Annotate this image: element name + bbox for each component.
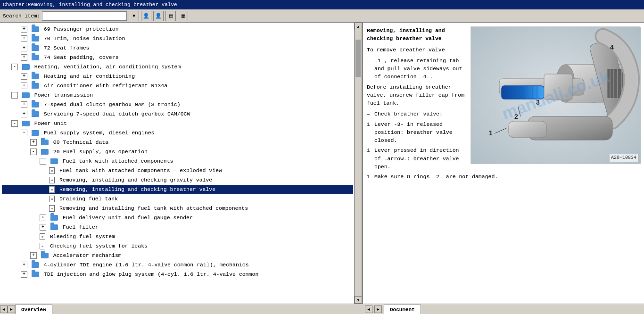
folder-icon bbox=[32, 111, 39, 117]
tree-item[interactable]: ≡ Fuel tank with attached components – e… bbox=[2, 166, 353, 175]
tree-item[interactable]: + 4-cylinder TDI engine (1.6 ltr. 4-valv… bbox=[2, 260, 353, 270]
doc-item-text: -1-, release retaining tab and pull valv… bbox=[374, 57, 466, 81]
tree-item-label: Heating, ventilation, air conditioning s… bbox=[34, 64, 181, 70]
scroll-up-btn[interactable]: ▲ bbox=[355, 23, 362, 30]
expand-icon[interactable]: + bbox=[21, 101, 27, 108]
expand-icon[interactable]: - bbox=[30, 149, 37, 155]
doc-item-text: Lever -3- in released position: breather… bbox=[374, 120, 466, 145]
tree-item[interactable]: ≡ Draining fuel tank bbox=[2, 194, 353, 204]
svg-text:2: 2 bbox=[514, 113, 518, 120]
tree-item[interactable]: + Heating and air conditioning bbox=[2, 72, 353, 81]
tree-item-label-selected: Removing, installing and checking breath… bbox=[59, 186, 215, 192]
menu-icon-btn1[interactable]: ▤ bbox=[165, 11, 176, 21]
doc-numbered-3: 1 Make sure O-rings -2- are not damaged. bbox=[367, 173, 640, 181]
folder-icon bbox=[32, 102, 39, 107]
tree-item[interactable]: + Accelerator mechanism bbox=[2, 251, 353, 260]
tree-item[interactable]: ≡ Checking fuel system for leaks bbox=[2, 241, 353, 251]
expand-icon[interactable]: + bbox=[21, 262, 27, 268]
folder-open-icon bbox=[22, 121, 30, 126]
doc-item-text: Lever pressed in direction of -arrow-: b… bbox=[374, 146, 466, 171]
folder-icon bbox=[32, 55, 39, 60]
tree-item-label: Draining fuel tank bbox=[59, 196, 118, 202]
tab-document[interactable]: Document bbox=[384, 305, 421, 314]
expand-icon[interactable]: - bbox=[11, 64, 18, 70]
expand-icon[interactable]: - bbox=[11, 120, 18, 127]
expand-icon[interactable]: - bbox=[40, 158, 46, 165]
tree-item[interactable]: - Power transmission bbox=[2, 91, 353, 100]
expand-icon[interactable]: + bbox=[40, 215, 46, 221]
tree-item-label: Accelerator mechanism bbox=[53, 252, 122, 258]
tree-item[interactable]: ≡ Removing and installing fuel tank with… bbox=[2, 204, 353, 213]
tree-item[interactable]: + 74 Seat padding, covers bbox=[2, 53, 353, 62]
expand-icon[interactable]: + bbox=[21, 26, 27, 33]
document-image-container: 1 2 3 4 manuali.co.uk A20-10834 bbox=[471, 26, 640, 164]
title-text: Chapter:Removing, installing and checkin… bbox=[3, 2, 177, 8]
expand-icon[interactable]: + bbox=[21, 54, 27, 61]
tree-item[interactable]: + Fuel filter bbox=[2, 223, 353, 232]
tree-item[interactable]: ≡ Bleeding fuel system bbox=[2, 232, 353, 241]
tab-overview-label: Overview bbox=[21, 307, 46, 313]
doc-icon: ≡ bbox=[49, 196, 55, 202]
scroll-down-btn[interactable]: ▼ bbox=[355, 296, 362, 304]
tree-item[interactable]: - Fuel tank with attached components bbox=[2, 157, 353, 166]
right-nav-back-btn[interactable]: ◄ bbox=[365, 306, 372, 313]
tree-item[interactable]: + 69 Passenger protection bbox=[2, 25, 353, 34]
menu-icon-btn2[interactable]: ▦ bbox=[178, 11, 188, 21]
dropdown-arrow-btn[interactable]: ▼ bbox=[129, 11, 139, 21]
tree-item[interactable]: + 70 Trim, noise insulation bbox=[2, 34, 353, 43]
tree-item[interactable]: + TDI injection and glow plug system (4-… bbox=[2, 270, 353, 279]
expand-icon[interactable]: + bbox=[21, 45, 27, 51]
dash-symbol: – bbox=[367, 110, 372, 118]
doc-item-check: – Check breather valve: bbox=[367, 110, 466, 118]
tree-item[interactable]: - Heating, ventilation, air conditioning… bbox=[2, 62, 353, 72]
scroll-track bbox=[355, 30, 362, 296]
expand-icon[interactable]: + bbox=[21, 35, 27, 42]
search-input[interactable] bbox=[42, 11, 127, 21]
tree-item[interactable]: + 00 Technical data bbox=[2, 138, 353, 147]
expand-icon[interactable]: - bbox=[11, 92, 18, 99]
tree-item[interactable]: + 7-speed dual clutch gearbox 0AM (S tro… bbox=[2, 100, 353, 109]
scroll-thumb[interactable] bbox=[355, 40, 361, 77]
expand-icon[interactable]: + bbox=[21, 73, 27, 80]
expand-icon[interactable]: + bbox=[30, 252, 37, 259]
tree-item-label: Power transmission bbox=[34, 92, 93, 98]
tree-item[interactable]: - Power unit bbox=[2, 119, 353, 128]
expand-icon[interactable]: + bbox=[30, 139, 37, 146]
tree-item-label: 4-cylinder TDI engine (1.6 ltr. 4-valve … bbox=[44, 262, 249, 268]
tree-item-label: Bleeding fuel system bbox=[50, 233, 115, 240]
tree-item-selected[interactable]: ≡ Removing, installing and checking brea… bbox=[2, 185, 353, 194]
left-nav-back-btn[interactable]: ◄ bbox=[0, 306, 8, 313]
right-nav-fwd-btn[interactable]: ► bbox=[374, 306, 382, 313]
left-panel: + 69 Passenger protection + 70 Trim, noi… bbox=[0, 23, 363, 304]
vertical-scrollbar[interactable]: ▲ ▼ bbox=[354, 23, 362, 304]
image-reference: A20-10834 bbox=[610, 154, 638, 162]
expand-icon[interactable]: + bbox=[21, 83, 27, 89]
tree-item[interactable]: + Servicing 7-speed dual clutch gearbox … bbox=[2, 109, 353, 119]
tree-item-label: Checking fuel system for leaks bbox=[50, 243, 148, 249]
folder-icon bbox=[32, 272, 39, 277]
tree-item-label: Servicing 7-speed dual clutch gearbox 0A… bbox=[44, 111, 190, 117]
folder-icon bbox=[32, 36, 39, 41]
tree-item[interactable]: ≡ Removing, installing and checking grav… bbox=[2, 175, 353, 185]
folder-open-icon bbox=[22, 92, 30, 98]
tree-item[interactable]: + Air conditioner with refrigerant R134a bbox=[2, 81, 353, 91]
tree-item[interactable]: + Fuel delivery unit and fuel gauge send… bbox=[2, 213, 353, 223]
doc-icon: ≡ bbox=[40, 243, 45, 249]
svg-text:3: 3 bbox=[536, 99, 540, 106]
tree-item[interactable]: - Fuel supply system, diesel engines bbox=[2, 128, 353, 138]
expand-icon[interactable]: + bbox=[21, 111, 27, 117]
user-icon-btn2[interactable]: 👤 bbox=[153, 11, 164, 21]
tab-overview[interactable]: Overview bbox=[15, 305, 52, 314]
tree-item-label: 00 Technical data bbox=[53, 139, 108, 145]
user-icon-btn1[interactable]: 👤 bbox=[141, 11, 151, 21]
expand-icon[interactable]: + bbox=[40, 224, 46, 231]
tree-item[interactable]: - 20 Fuel supply, gas operation bbox=[2, 147, 353, 157]
left-nav-fwd-btn[interactable]: ► bbox=[8, 306, 15, 313]
expand-icon[interactable]: - bbox=[21, 130, 27, 136]
tree-item-label: 20 Fuel supply, gas operation bbox=[53, 149, 148, 155]
right-panel: 1 2 3 4 manuali.co.uk A20-10834 bbox=[363, 23, 644, 304]
doc-intro-text: To remove breather valve bbox=[367, 47, 445, 53]
tree-item[interactable]: + 72 Seat frames bbox=[2, 43, 353, 53]
tree-item-label: 69 Passenger protection bbox=[44, 26, 119, 32]
expand-icon[interactable]: + bbox=[21, 271, 27, 278]
